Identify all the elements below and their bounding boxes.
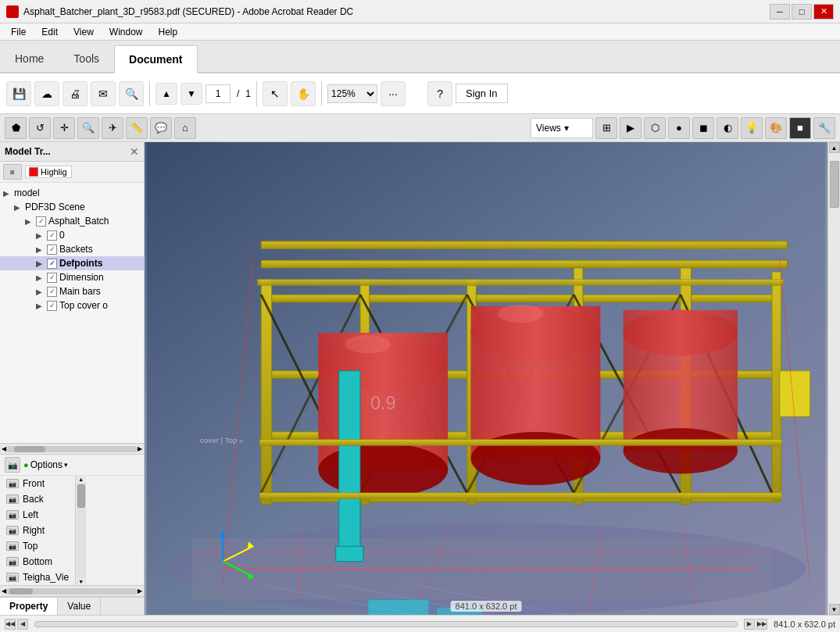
tab-document[interactable]: Document: [114, 45, 197, 73]
view-3d[interactable]: 0.9 cover | Top = 841.0 x 632.0 pt: [145, 142, 827, 615]
view-item-back[interactable]: 📷 Back: [0, 491, 75, 507]
ribbon-hand-btn[interactable]: ✋: [291, 81, 316, 106]
expand-topcover[interactable]: ▶: [36, 302, 47, 310]
panel-close-btn[interactable]: ✕: [130, 145, 139, 158]
scroll-up-arrow[interactable]: ▲: [829, 142, 840, 153]
ribbon-search-btn[interactable]: 🔍: [119, 81, 144, 106]
3d-material-btn[interactable]: ◼: [692, 117, 714, 139]
3d-play-btn[interactable]: ▶: [620, 117, 642, 139]
3d-render-btn[interactable]: ◐: [717, 117, 738, 139]
page-next-btn[interactable]: ▼: [181, 83, 202, 105]
views-list[interactable]: 📷 Front 📷 Back 📷 Left 📷 Right: [0, 476, 75, 585]
3d-color-btn[interactable]: ■: [789, 117, 811, 139]
pbs-right[interactable]: ▶: [138, 587, 142, 595]
ribbon-cursor-btn[interactable]: ↖: [263, 81, 288, 106]
3d-rotate-btn[interactable]: ↺: [29, 117, 51, 139]
options-label[interactable]: ● Options ▾: [23, 459, 68, 470]
expand-backets[interactable]: ▶: [36, 245, 47, 254]
checkbox-asphalt[interactable]: [36, 216, 46, 227]
scroll-right-arrow[interactable]: ▶: [138, 445, 142, 452]
tree-item-topcover[interactable]: ▶ Top cover o: [0, 298, 144, 312]
right-scrollbar[interactable]: ▲ ▼: [827, 142, 840, 615]
tree-area[interactable]: ▶ model ▶ PDF3D Scene ▶ Asphalt_Batch: [0, 183, 144, 443]
minimize-button[interactable]: ─: [770, 4, 790, 20]
checkbox-0[interactable]: [47, 230, 57, 241]
status-nav-next[interactable]: ▶: [744, 619, 755, 630]
view-item-front[interactable]: 📷 Front: [0, 476, 75, 491]
expand-0[interactable]: ▶: [36, 231, 47, 240]
checkbox-defpoints[interactable]: [47, 259, 57, 269]
expand-pdf3d[interactable]: ▶: [14, 203, 25, 212]
3d-zoom-btn[interactable]: 🔍: [77, 117, 99, 139]
page-prev-btn[interactable]: ▲: [155, 83, 177, 105]
expand-defpoints[interactable]: ▶: [36, 259, 47, 268]
status-nav-prev[interactable]: ◀: [17, 619, 28, 630]
views-scroll-down[interactable]: ▼: [77, 578, 84, 585]
tree-item-pdf3d[interactable]: ▶ PDF3D Scene: [0, 200, 144, 214]
scroll-down-arrow[interactable]: ▼: [829, 604, 840, 615]
tab-home[interactable]: Home: [0, 44, 59, 72]
panel-bottom-scroll[interactable]: ◀ ▶: [0, 585, 144, 596]
views-dropdown[interactable]: Views ▾: [531, 118, 593, 138]
ribbon-more-btn[interactable]: ···: [381, 81, 406, 106]
view-item-left[interactable]: 📷 Left: [0, 507, 75, 523]
status-hscroll[interactable]: [34, 621, 738, 627]
checkbox-topcover[interactable]: [47, 301, 57, 311]
page-input[interactable]: [206, 84, 231, 103]
tree-item-0[interactable]: ▶ 0: [0, 228, 144, 242]
tree-item-model[interactable]: ▶ model: [0, 186, 144, 200]
3d-bg-btn[interactable]: 🎨: [765, 117, 787, 139]
3d-fly-btn[interactable]: ✈: [102, 117, 123, 139]
3d-extra-btn[interactable]: 🔧: [813, 117, 835, 139]
3d-measure-btn[interactable]: 📏: [126, 117, 148, 139]
options-icon[interactable]: 📷: [5, 457, 20, 473]
maximize-button[interactable]: □: [792, 4, 812, 20]
sign-in-button[interactable]: Sign In: [456, 84, 507, 103]
status-nav-left[interactable]: ◀◀: [5, 619, 16, 630]
view-item-top[interactable]: 📷 Top: [0, 538, 75, 554]
tree-hscroll[interactable]: ◀ ▶: [0, 443, 144, 454]
ptb-btn1[interactable]: ≡: [3, 164, 22, 180]
menu-help[interactable]: Help: [151, 25, 186, 39]
ribbon-email-btn[interactable]: ✉: [91, 81, 116, 106]
expand-model[interactable]: ▶: [3, 189, 14, 198]
tab-tools[interactable]: Tools: [59, 44, 114, 72]
views-scroll-up[interactable]: ▲: [77, 476, 84, 483]
menu-edit[interactable]: Edit: [34, 25, 66, 39]
scroll-thumb-tree[interactable]: [6, 446, 138, 452]
expand-mainbars[interactable]: ▶: [36, 287, 47, 296]
status-nav-right[interactable]: ▶▶: [756, 619, 767, 630]
view-item-right[interactable]: 📷 Right: [0, 523, 75, 538]
view-item-bottom[interactable]: 📷 Bottom: [0, 554, 75, 570]
ribbon-print-btn[interactable]: 🖨: [63, 81, 88, 106]
tree-item-asphalt[interactable]: ▶ Asphalt_Batch: [0, 214, 144, 228]
prop-tab-value[interactable]: Value: [58, 598, 101, 615]
3d-sphere-btn[interactable]: ●: [668, 117, 690, 139]
3d-lights-btn[interactable]: 💡: [741, 117, 763, 139]
menu-file[interactable]: File: [3, 25, 34, 39]
menu-view[interactable]: View: [66, 25, 102, 39]
expand-asphalt[interactable]: ▶: [25, 217, 36, 226]
tree-item-backets[interactable]: ▶ Backets: [0, 242, 144, 256]
view-item-teigha[interactable]: 📷 Teigha_Vie: [0, 570, 75, 585]
ribbon-save-btn[interactable]: 💾: [6, 81, 31, 106]
3d-comment-btn[interactable]: 💬: [150, 117, 172, 139]
views-vscroll[interactable]: ▲ ▼: [75, 476, 86, 585]
menu-window[interactable]: Window: [102, 25, 151, 39]
ribbon-upload-btn[interactable]: ☁: [34, 81, 59, 106]
tree-item-mainbars[interactable]: ▶ Main bars: [0, 284, 144, 298]
3d-toggle-btn[interactable]: ⊞: [595, 117, 617, 139]
prop-tab-property[interactable]: Property: [0, 598, 58, 615]
checkbox-backets[interactable]: [47, 245, 57, 255]
zoom-select[interactable]: 125%100%75%150%: [327, 84, 377, 103]
scroll-track[interactable]: [829, 153, 840, 604]
ribbon-help-btn[interactable]: ?: [427, 81, 452, 106]
close-button[interactable]: ✕: [813, 4, 834, 20]
3d-select-btn[interactable]: ⬟: [5, 117, 27, 139]
tree-item-dimension[interactable]: ▶ Dimension: [0, 270, 144, 284]
expand-dimension[interactable]: ▶: [36, 273, 47, 282]
tree-item-defpoints[interactable]: ▶ Defpoints: [0, 256, 144, 270]
3d-cube-btn[interactable]: ⬡: [644, 117, 666, 139]
checkbox-dimension[interactable]: [47, 273, 57, 283]
3d-pan-btn[interactable]: ✛: [53, 117, 75, 139]
